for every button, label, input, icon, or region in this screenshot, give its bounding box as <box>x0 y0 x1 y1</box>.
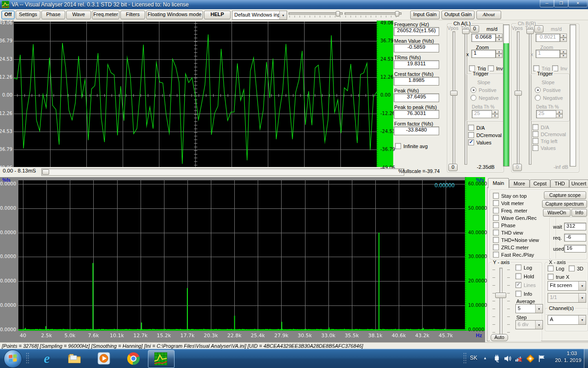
zrlc-meter-checkbox[interactable]: ZRLC meter <box>493 244 529 250</box>
y-scale-slider[interactable] <box>499 268 503 335</box>
filters-button[interactable]: Filters <box>120 11 145 19</box>
start-button[interactable] <box>4 350 22 368</box>
fast-rec-play-checkbox[interactable]: Fast Rec./Play <box>493 252 534 258</box>
input-gain-slider-thumb[interactable] <box>336 11 340 17</box>
slope-negative-radio-a[interactable]: Negative <box>470 95 498 101</box>
thd-noise-view-checkbox[interactable]: THD+Noise view <box>493 237 539 243</box>
clock-time[interactable]: 1:03 <box>559 351 585 356</box>
delta-th-field-a[interactable]: 25 <box>472 110 493 118</box>
wave-on-button[interactable]: WaveOn <box>543 209 571 217</box>
zoom-spinner-b[interactable]: ▲▼ <box>560 50 567 58</box>
fit-screen-dropdown[interactable]: Fit screen▼ <box>548 281 586 291</box>
vpos-slider-b-thumb[interactable] <box>514 91 522 96</box>
language-indicator[interactable]: SK <box>470 355 477 361</box>
values-checkbox-a[interactable]: Values <box>468 139 492 145</box>
close-button[interactable]: ✕ <box>568 0 588 7</box>
power-plug-icon[interactable] <box>493 355 501 362</box>
zoom-field-b[interactable]: 1 <box>536 50 560 58</box>
y-info-checkbox[interactable]: Info <box>515 291 532 297</box>
maximize-button[interactable]: ❐ <box>554 0 568 7</box>
trig-slider-b-thumb[interactable] <box>526 29 534 34</box>
used-field[interactable]: 16 <box>564 245 586 253</box>
phase-checkbox[interactable]: Phase <box>493 222 515 228</box>
channel-dropdown[interactable]: A▼ <box>548 315 586 325</box>
clock-date[interactable]: 20. 1. 2019 <box>551 357 585 363</box>
time-offset-zero-button-a[interactable]: 0 <box>470 25 479 33</box>
da-checkbox-a[interactable]: D/A <box>468 125 485 131</box>
wave-button[interactable]: Wave <box>66 11 91 19</box>
chrome-icon[interactable] <box>126 351 141 366</box>
dcremoval-checkbox-b[interactable]: DCremoval <box>532 131 566 137</box>
ms-per-div-spinner-a[interactable]: ▲▼ <box>496 34 503 42</box>
about-button[interactable]: About <box>476 11 501 19</box>
ms-per-div-field-b[interactable]: 0.8021 <box>536 34 560 42</box>
phase-button[interactable]: Phase <box>41 11 65 19</box>
y-scale-slider-thumb[interactable] <box>495 293 506 298</box>
wave-gen-checkbox[interactable]: Wave Gen./Rec <box>493 215 537 221</box>
ms-per-div-spinner-b[interactable]: ▲▼ <box>560 34 567 42</box>
y-hold-checkbox[interactable]: Hold <box>515 273 534 279</box>
stay-on-top-checkbox[interactable]: Stay on top <box>493 193 527 199</box>
time-offset-zero-button-b[interactable]: 0 <box>534 25 543 33</box>
freq-meter-button[interactable]: Freq.meter <box>92 11 119 19</box>
file-explorer-icon[interactable] <box>67 351 82 366</box>
avg-antivirus-icon[interactable] <box>526 355 534 362</box>
input-device-dropdown[interactable]: Default Windows inp ▼ <box>232 11 287 20</box>
capture-scope-button[interactable]: Capture scope <box>544 191 586 199</box>
req-field[interactable]: -6 <box>564 234 586 242</box>
zoom-spinner-a[interactable]: ▲▼ <box>496 50 503 58</box>
action-center-flag-icon[interactable] <box>538 355 546 362</box>
scope-hscrollbar[interactable] <box>41 168 404 176</box>
delta-th-spinner-a[interactable]: ▲▼ <box>492 110 498 118</box>
input-gain-slider[interactable] <box>288 11 343 18</box>
show-hidden-icons-button[interactable]: ▲ <box>483 356 487 360</box>
output-gain-slider[interactable] <box>345 11 401 18</box>
taskbar-item-visual-analyser[interactable] <box>148 350 175 368</box>
ms-per-div-field-a[interactable]: 0.0668 <box>471 34 496 42</box>
y-log-checkbox[interactable]: Log <box>515 264 532 270</box>
vpos-slider-a-thumb[interactable] <box>450 91 458 96</box>
vpos-zero-button-b[interactable]: 0 <box>513 164 522 171</box>
scope-hscrollbar-thumb[interactable] <box>42 169 49 175</box>
x-3d-checkbox[interactable]: 3D <box>569 265 583 271</box>
floating-windows-button[interactable]: Floating Windows mode <box>146 11 203 19</box>
freq-meter-checkbox[interactable]: Freq. meter <box>493 207 527 213</box>
dcremoval-checkbox-a[interactable]: DCremoval <box>468 132 502 138</box>
vpos-zero-button-a[interactable]: 0 <box>448 164 458 171</box>
delta-th-spinner-b[interactable]: ▲▼ <box>556 110 563 118</box>
output-gain-button[interactable]: Output Gain <box>441 11 475 19</box>
speaker-icon[interactable] <box>504 355 512 362</box>
settings-button[interactable]: Settings <box>16 11 40 19</box>
inv-checkbox-a[interactable]: Inv <box>488 65 503 71</box>
auto-button[interactable]: Auto <box>491 334 508 341</box>
vpos-slider-b[interactable] <box>517 31 520 165</box>
slope-negative-radio-b[interactable]: Negative <box>535 95 563 101</box>
average-dropdown[interactable]: 5▼ <box>515 304 543 313</box>
slope-positive-radio-b[interactable]: Positive <box>535 87 561 93</box>
network-icon[interactable] <box>515 355 523 362</box>
thd-view-checkbox[interactable]: THD view <box>493 230 523 236</box>
true-x-checkbox[interactable]: true X <box>548 274 569 280</box>
title-bar[interactable]: VA -- Visual Analyser 2014 rel. 0.3.1 ST… <box>0 0 588 9</box>
delta-th-field-b[interactable]: 25 <box>536 110 557 118</box>
internet-explorer-icon[interactable]: e <box>40 351 54 366</box>
minimize-button[interactable]: ─ <box>540 0 554 7</box>
show-desktop-button[interactable] <box>584 349 588 368</box>
da-checkbox-b[interactable]: D/A <box>532 124 549 130</box>
info-button[interactable]: Info <box>571 209 587 217</box>
tab-main[interactable]: Main <box>488 178 509 188</box>
vpos-slider-a[interactable] <box>452 31 455 165</box>
capture-spectrum-button[interactable]: Capture spectrum <box>542 200 587 208</box>
media-player-icon[interactable] <box>96 351 111 366</box>
help-button[interactable]: HELP <box>204 11 231 19</box>
trig-slider-a-thumb[interactable] <box>462 29 469 34</box>
x-log-checkbox[interactable]: Log <box>548 265 564 271</box>
spectrum-canvas[interactable] <box>18 180 465 331</box>
off-button[interactable]: Off <box>1 11 15 19</box>
zoom-field-a[interactable]: 1 <box>471 50 496 58</box>
values-checkbox-b[interactable]: Values <box>532 145 556 151</box>
inv-checkbox-b[interactable]: Inv <box>552 65 567 71</box>
volt-meter-checkbox[interactable]: Volt meter <box>493 200 524 206</box>
step-dropdown[interactable]: 6 div▼ <box>515 320 543 329</box>
wait-field[interactable]: 312 <box>564 223 586 230</box>
